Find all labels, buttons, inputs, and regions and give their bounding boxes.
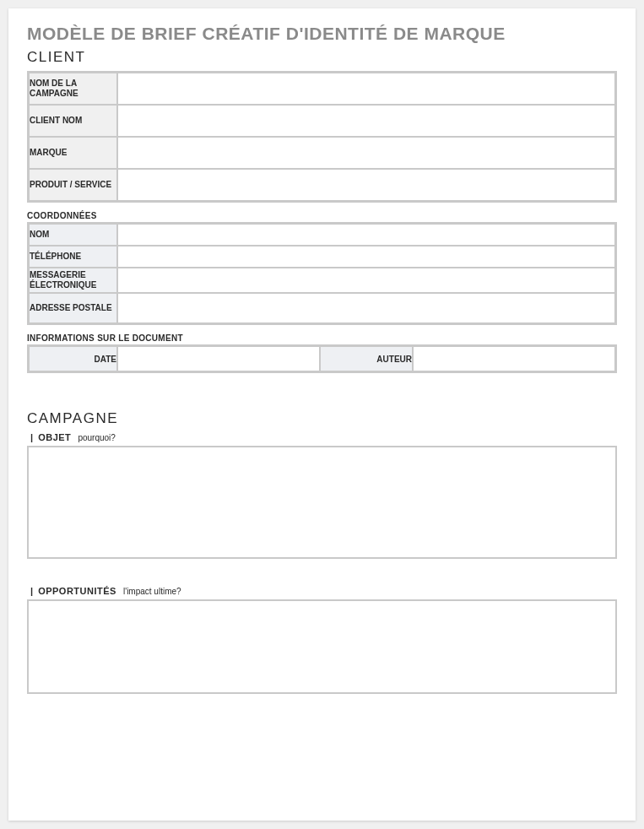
- product-service-label: PRODUIT / SERVICE: [29, 169, 117, 201]
- document-title: MODÈLE DE BRIEF CRÉATIF D'IDENTITÉ DE MA…: [27, 24, 617, 44]
- object-prompt: | OBJET pourquoi?: [27, 432, 617, 442]
- section-client-title: CLIENT: [27, 49, 617, 66]
- date-label: DATE: [29, 346, 117, 371]
- contact-table: NOM TÉLÉPHONE MESSAGERIE ÉLECTRONIQUE AD…: [27, 222, 617, 325]
- object-box: [27, 446, 617, 559]
- date-input[interactable]: [118, 347, 319, 371]
- contact-email-input[interactable]: [118, 268, 614, 292]
- table-row: TÉLÉPHONE: [29, 246, 615, 268]
- docinfo-section-title: INFORMATIONS SUR LE DOCUMENT: [27, 333, 617, 343]
- table-row: DATE AUTEUR: [29, 346, 615, 371]
- author-input[interactable]: [414, 347, 614, 371]
- opportunities-box: [27, 599, 617, 694]
- client-name-input[interactable]: [118, 106, 614, 136]
- client-name-label: CLIENT NOM: [29, 105, 117, 137]
- document-page: MODÈLE DE BRIEF CRÉATIF D'IDENTITÉ DE MA…: [8, 8, 636, 821]
- brand-input[interactable]: [118, 138, 614, 168]
- client-table: NOM DE LA CAMPAGNE CLIENT NOM MARQUE PRO…: [27, 71, 617, 203]
- brand-label: MARQUE: [29, 137, 117, 169]
- opportunities-prompt: | OPPORTUNITÉS l'impact ultime?: [27, 586, 617, 596]
- author-label: AUTEUR: [320, 346, 413, 371]
- contact-postal-input[interactable]: [118, 294, 614, 322]
- docinfo-table: DATE AUTEUR: [27, 344, 617, 373]
- section-campaign-title: CAMPAGNE: [27, 410, 617, 427]
- contact-postal-label: ADRESSE POSTALE: [29, 293, 117, 323]
- table-row: MESSAGERIE ÉLECTRONIQUE: [29, 268, 615, 293]
- campaign-name-input[interactable]: [118, 73, 614, 104]
- table-row: NOM: [29, 224, 615, 246]
- opportunities-label: OPPORTUNITÉS: [38, 586, 116, 596]
- table-row: NOM DE LA CAMPAGNE: [29, 73, 615, 105]
- product-service-input[interactable]: [118, 170, 614, 200]
- object-hint: pourquoi?: [78, 433, 115, 442]
- prompt-bar: |: [30, 432, 33, 442]
- table-row: CLIENT NOM: [29, 105, 615, 137]
- contact-section-title: COORDONNÉES: [27, 211, 617, 220]
- contact-name-input[interactable]: [118, 225, 614, 245]
- campaign-name-label: NOM DE LA CAMPAGNE: [29, 73, 117, 105]
- opportunities-textarea[interactable]: [29, 601, 615, 692]
- contact-phone-input[interactable]: [118, 247, 614, 267]
- table-row: PRODUIT / SERVICE: [29, 169, 615, 201]
- contact-phone-label: TÉLÉPHONE: [29, 246, 117, 268]
- opportunities-hint: l'impact ultime?: [123, 587, 181, 596]
- prompt-bar: |: [30, 586, 33, 596]
- table-row: ADRESSE POSTALE: [29, 293, 615, 323]
- object-textarea[interactable]: [29, 447, 615, 557]
- contact-email-label: MESSAGERIE ÉLECTRONIQUE: [29, 268, 117, 293]
- object-label: OBJET: [38, 432, 71, 442]
- contact-name-label: NOM: [29, 224, 117, 246]
- table-row: MARQUE: [29, 137, 615, 169]
